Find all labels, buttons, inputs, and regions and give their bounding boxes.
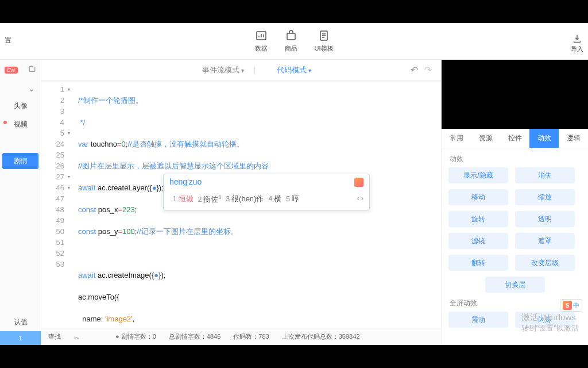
chip[interactable]: 翻转 <box>448 255 508 271</box>
chip[interactable]: 遮罩 <box>515 233 575 249</box>
ime-pager[interactable]: ‹ › <box>357 193 363 204</box>
windows-watermark: 激活 Windows 转到"设置"以激活 <box>521 312 579 334</box>
ime-candidate[interactable]: 4横 <box>265 193 281 205</box>
bar-chart-icon <box>255 29 268 42</box>
toolbar-template[interactable]: UI模板 <box>315 29 334 53</box>
sidebar-item-story[interactable]: 剧情 <box>2 153 38 169</box>
chip[interactable]: 改变层级 <box>515 255 575 271</box>
ime-composition: heng'zuo <box>169 177 202 187</box>
mode-code[interactable]: 代码模式 <box>277 65 311 75</box>
chevron-down-icon[interactable]: ⌄ <box>0 80 41 97</box>
tab-1[interactable]: 资源 <box>471 129 500 148</box>
section-effects: 动效 <box>442 148 588 167</box>
chip-switch-layer[interactable]: 切换层 <box>485 277 545 293</box>
tab-2[interactable]: 控件 <box>500 129 529 148</box>
ime-candidate[interactable]: 3很(hen)作 <box>222 193 264 205</box>
redo-icon[interactable]: ↷ <box>424 64 432 75</box>
svg-rect-3 <box>29 67 35 72</box>
chip[interactable]: 震动 <box>448 312 508 328</box>
ime-candidate[interactable]: 2衡佐8 <box>195 192 222 205</box>
sidebar-item-video[interactable]: 视频 <box>0 115 41 133</box>
chip[interactable]: 旋转 <box>448 211 508 227</box>
preview-panel <box>442 60 588 129</box>
chip[interactable]: 滤镜 <box>448 233 508 249</box>
tab-3[interactable]: 动效 <box>529 129 559 148</box>
chip[interactable]: 缩放 <box>515 189 575 205</box>
sogou-indicator[interactable]: S 中 <box>560 299 582 312</box>
chip[interactable]: 透明 <box>515 211 575 227</box>
sogou-icon <box>354 178 363 187</box>
toolbar-import[interactable]: 导入 <box>571 33 583 53</box>
ime-candidate[interactable]: 5哼 <box>283 193 299 205</box>
find-label[interactable]: 查找 <box>48 332 61 341</box>
toolbar-goods[interactable]: 商品 <box>285 29 297 53</box>
status-bar: 查找 ︽ ● 剧情字数：0 总剧情字数：4846 代码数：783 上次发布代码总… <box>41 328 441 345</box>
undo-icon[interactable]: ↶ <box>411 64 418 75</box>
chip[interactable]: 移动 <box>448 189 508 205</box>
toolbar-left-trunc: 置 <box>5 36 11 45</box>
new-badge: EW <box>5 67 18 74</box>
document-icon <box>318 29 330 42</box>
tab-4[interactable]: 逻辑 <box>559 129 588 148</box>
sidebar-item-avatar[interactable]: 头像 <box>0 97 41 115</box>
sogou-logo-icon: S <box>563 301 572 310</box>
collapse-icon[interactable]: ︽ <box>74 332 80 341</box>
svg-rect-1 <box>287 33 295 40</box>
mode-event[interactable]: 事件流模式 <box>202 65 244 75</box>
chip[interactable]: 显示/隐藏 <box>448 167 508 183</box>
toolbar-data[interactable]: 数据 <box>255 29 268 53</box>
ime-popup[interactable]: heng'zuo 1恒做2衡佐83很(hen)作4横5哼‹ › <box>163 174 370 210</box>
sidebar-bottom[interactable]: 1 <box>0 331 41 345</box>
ime-candidate[interactable]: 1恒做 <box>169 193 194 205</box>
sidebar-default-value: 认值 <box>0 313 41 331</box>
file-icon[interactable] <box>28 65 36 75</box>
code-editor[interactable]: 12345242526274647484950515253 /*制作一个轮播图。… <box>41 80 441 345</box>
chip[interactable]: 消失 <box>515 167 575 183</box>
tab-0[interactable]: 常用 <box>442 129 471 148</box>
bag-icon <box>285 29 297 42</box>
sidebar: EW ⌄ 头像 视频 剧情 认值 1 <box>0 60 41 345</box>
